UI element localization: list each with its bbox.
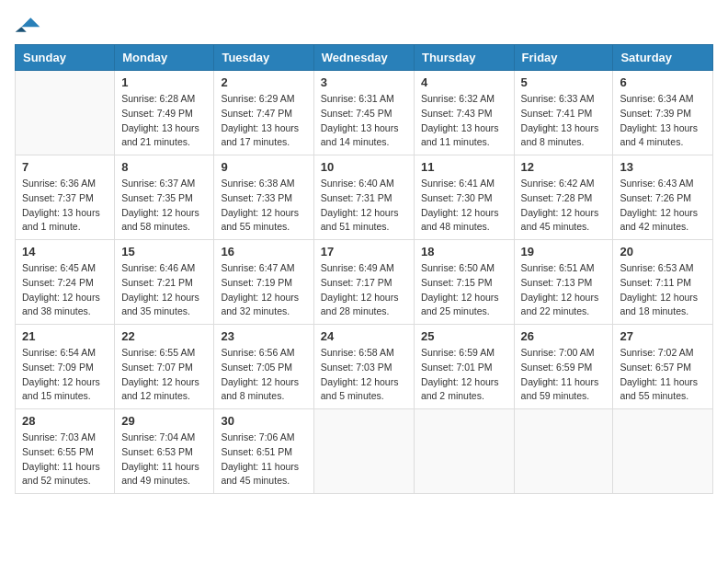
calendar-cell: 10 Sunrise: 6:40 AMSunset: 7:31 PMDaylig… (313, 155, 414, 240)
day-detail: Sunrise: 6:55 AMSunset: 7:07 PMDaylight:… (121, 346, 207, 404)
calendar-cell: 7 Sunrise: 6:36 AMSunset: 7:37 PMDayligh… (16, 155, 115, 240)
calendar-cell (16, 71, 115, 155)
calendar-cell (313, 409, 414, 494)
day-detail: Sunrise: 7:03 AMSunset: 6:55 PMDaylight:… (22, 431, 108, 488)
calendar-cell: 28 Sunrise: 7:03 AMSunset: 6:55 PMDaylig… (16, 409, 115, 494)
day-detail: Sunrise: 6:42 AMSunset: 7:28 PMDaylight:… (521, 177, 607, 235)
calendar-cell: 22 Sunrise: 6:55 AMSunset: 7:07 PMDaylig… (115, 325, 214, 409)
calendar-cell: 3 Sunrise: 6:31 AMSunset: 7:45 PMDayligh… (313, 71, 414, 155)
day-detail: Sunrise: 6:47 AMSunset: 7:19 PMDaylight:… (221, 261, 306, 319)
day-number: 19 (521, 245, 607, 259)
weekday-header-row: SundayMondayTuesdayWednesdayThursdayFrid… (16, 45, 713, 71)
svg-marker-1 (16, 27, 27, 31)
calendar-cell: 21 Sunrise: 6:54 AMSunset: 7:09 PMDaylig… (16, 325, 115, 409)
calendar-week-5: 28 Sunrise: 7:03 AMSunset: 6:55 PMDaylig… (16, 409, 713, 494)
logo-icon (15, 15, 40, 33)
day-detail: Sunrise: 7:04 AMSunset: 6:53 PMDaylight:… (121, 431, 207, 488)
day-detail: Sunrise: 6:56 AMSunset: 7:05 PMDaylight:… (221, 346, 306, 404)
day-number: 8 (121, 160, 207, 174)
day-number: 28 (22, 414, 108, 428)
calendar-cell: 5 Sunrise: 6:33 AMSunset: 7:41 PMDayligh… (514, 71, 613, 155)
day-detail: Sunrise: 6:28 AMSunset: 7:49 PMDaylight:… (121, 92, 207, 150)
day-number: 14 (22, 245, 108, 259)
calendar-cell: 15 Sunrise: 6:46 AMSunset: 7:21 PMDaylig… (115, 240, 214, 325)
calendar-cell: 1 Sunrise: 6:28 AMSunset: 7:49 PMDayligh… (115, 71, 214, 155)
day-number: 21 (22, 329, 108, 343)
weekday-header-wednesday: Wednesday (313, 45, 414, 71)
calendar-cell: 26 Sunrise: 7:00 AMSunset: 6:59 PMDaylig… (514, 325, 613, 409)
day-number: 24 (321, 329, 407, 343)
day-number: 29 (121, 414, 207, 428)
day-number: 11 (421, 160, 507, 174)
weekday-header-saturday: Saturday (613, 45, 713, 71)
weekday-header-thursday: Thursday (414, 45, 514, 71)
day-detail: Sunrise: 6:53 AMSunset: 7:11 PMDaylight:… (620, 261, 706, 319)
calendar-cell (613, 409, 713, 494)
calendar-week-3: 14 Sunrise: 6:45 AMSunset: 7:24 PMDaylig… (16, 240, 713, 325)
calendar-cell: 20 Sunrise: 6:53 AMSunset: 7:11 PMDaylig… (613, 240, 713, 325)
day-detail: Sunrise: 6:40 AMSunset: 7:31 PMDaylight:… (321, 177, 407, 235)
weekday-header-tuesday: Tuesday (214, 45, 313, 71)
calendar-cell: 27 Sunrise: 7:02 AMSunset: 6:57 PMDaylig… (613, 325, 713, 409)
calendar-table: SundayMondayTuesdayWednesdayThursdayFrid… (15, 44, 713, 494)
day-detail: Sunrise: 6:31 AMSunset: 7:45 PMDaylight:… (321, 92, 407, 150)
calendar-cell: 29 Sunrise: 7:04 AMSunset: 6:53 PMDaylig… (115, 409, 214, 494)
weekday-header-friday: Friday (514, 45, 613, 71)
day-number: 10 (321, 160, 407, 174)
day-number: 17 (321, 245, 407, 259)
day-number: 13 (620, 160, 706, 174)
calendar-cell: 14 Sunrise: 6:45 AMSunset: 7:24 PMDaylig… (16, 240, 115, 325)
day-detail: Sunrise: 6:49 AMSunset: 7:17 PMDaylight:… (321, 261, 407, 319)
day-detail: Sunrise: 6:29 AMSunset: 7:47 PMDaylight:… (221, 92, 306, 150)
day-number: 26 (521, 329, 607, 343)
day-detail: Sunrise: 6:37 AMSunset: 7:35 PMDaylight:… (121, 177, 207, 235)
calendar-cell: 24 Sunrise: 6:58 AMSunset: 7:03 PMDaylig… (313, 325, 414, 409)
day-detail: Sunrise: 6:50 AMSunset: 7:15 PMDaylight:… (421, 261, 507, 319)
day-number: 15 (121, 245, 207, 259)
day-number: 1 (121, 75, 207, 89)
day-detail: Sunrise: 7:02 AMSunset: 6:57 PMDaylight:… (620, 346, 706, 404)
day-number: 4 (421, 75, 507, 89)
day-number: 22 (121, 329, 207, 343)
weekday-header-monday: Monday (115, 45, 214, 71)
day-detail: Sunrise: 6:45 AMSunset: 7:24 PMDaylight:… (22, 261, 108, 319)
day-detail: Sunrise: 7:00 AMSunset: 6:59 PMDaylight:… (521, 346, 607, 404)
day-detail: Sunrise: 6:43 AMSunset: 7:26 PMDaylight:… (620, 177, 706, 235)
logo (15, 15, 44, 33)
calendar-cell: 17 Sunrise: 6:49 AMSunset: 7:17 PMDaylig… (313, 240, 414, 325)
day-detail: Sunrise: 6:36 AMSunset: 7:37 PMDaylight:… (22, 177, 108, 235)
calendar-cell: 2 Sunrise: 6:29 AMSunset: 7:47 PMDayligh… (214, 71, 313, 155)
day-number: 25 (421, 329, 507, 343)
day-detail: Sunrise: 7:06 AMSunset: 6:51 PMDaylight:… (221, 431, 306, 488)
day-number: 12 (521, 160, 607, 174)
day-number: 27 (620, 329, 706, 343)
day-number: 5 (521, 75, 607, 89)
calendar-week-1: 1 Sunrise: 6:28 AMSunset: 7:49 PMDayligh… (16, 71, 713, 155)
page-header (15, 15, 713, 33)
day-detail: Sunrise: 6:46 AMSunset: 7:21 PMDaylight:… (121, 261, 207, 319)
calendar-cell: 25 Sunrise: 6:59 AMSunset: 7:01 PMDaylig… (414, 325, 514, 409)
day-detail: Sunrise: 6:41 AMSunset: 7:30 PMDaylight:… (421, 177, 507, 235)
day-detail: Sunrise: 6:32 AMSunset: 7:43 PMDaylight:… (421, 92, 507, 150)
day-number: 30 (221, 414, 306, 428)
calendar-cell (414, 409, 514, 494)
calendar-cell: 11 Sunrise: 6:41 AMSunset: 7:30 PMDaylig… (414, 155, 514, 240)
calendar-week-4: 21 Sunrise: 6:54 AMSunset: 7:09 PMDaylig… (16, 325, 713, 409)
weekday-header-sunday: Sunday (16, 45, 115, 71)
day-number: 9 (221, 160, 306, 174)
calendar-cell: 30 Sunrise: 7:06 AMSunset: 6:51 PMDaylig… (214, 409, 313, 494)
calendar-cell: 16 Sunrise: 6:47 AMSunset: 7:19 PMDaylig… (214, 240, 313, 325)
calendar-cell: 18 Sunrise: 6:50 AMSunset: 7:15 PMDaylig… (414, 240, 514, 325)
day-number: 23 (221, 329, 306, 343)
calendar-cell: 6 Sunrise: 6:34 AMSunset: 7:39 PMDayligh… (613, 71, 713, 155)
calendar-cell (514, 409, 613, 494)
calendar-cell: 13 Sunrise: 6:43 AMSunset: 7:26 PMDaylig… (613, 155, 713, 240)
calendar-cell: 12 Sunrise: 6:42 AMSunset: 7:28 PMDaylig… (514, 155, 613, 240)
calendar-cell: 8 Sunrise: 6:37 AMSunset: 7:35 PMDayligh… (115, 155, 214, 240)
day-number: 7 (22, 160, 108, 174)
svg-marker-0 (21, 17, 40, 27)
day-number: 2 (221, 75, 306, 89)
day-number: 6 (620, 75, 706, 89)
day-detail: Sunrise: 6:38 AMSunset: 7:33 PMDaylight:… (221, 177, 306, 235)
day-detail: Sunrise: 6:54 AMSunset: 7:09 PMDaylight:… (22, 346, 108, 404)
